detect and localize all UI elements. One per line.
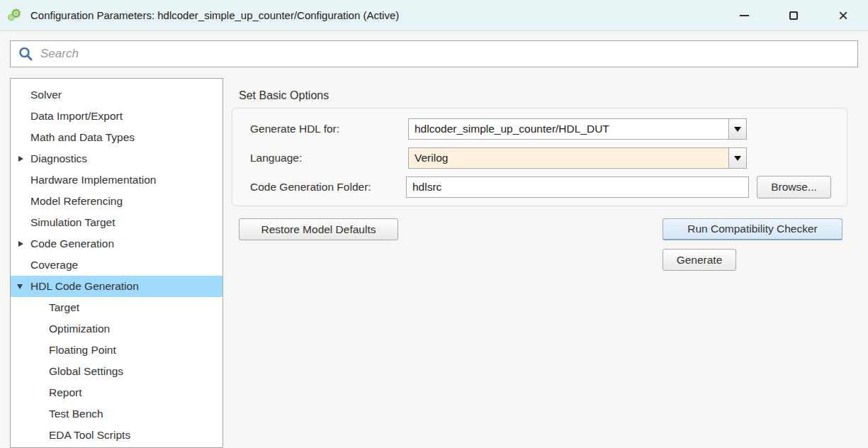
maximize-button[interactable] [769,0,818,30]
sidebar-item-coverage[interactable]: Coverage [11,254,222,276]
sidebar-item-test-bench[interactable]: Test Bench [11,403,222,425]
sidebar-item-model-referencing[interactable]: Model Referencing [11,191,222,212]
category-tree: Solver Data Import/Export Math and Data … [10,78,223,448]
minimize-icon [740,15,749,16]
section-title: Set Basic Options [239,89,329,102]
expanded-arrow-icon[interactable] [17,284,23,289]
search-icon [18,46,33,62]
run-compatibility-checker-button[interactable]: Run Compatibility Checker [663,218,842,240]
search-bar [10,40,858,67]
sidebar-item-math-and-data-types[interactable]: Math and Data Types [11,127,222,148]
collapsed-arrow-icon[interactable] [18,241,23,247]
sidebar-item-floating-point[interactable]: Floating Point [11,340,222,361]
search-input[interactable] [33,41,857,67]
sidebar-item-report[interactable]: Report [11,382,222,403]
sidebar-item-diagnostics[interactable]: Diagnostics [11,148,222,169]
dropdown-arrow-icon [734,127,741,132]
sidebar-item-simulation-target[interactable]: Simulation Target [11,212,222,233]
window-title: Configuration Parameters: hdlcoder_simpl… [30,9,399,21]
sidebar-item-optimization[interactable]: Optimization [11,318,222,340]
title-bar: ⚙⚙ Configuration Parameters: hdlcoder_si… [0,0,868,31]
sidebar-item-hdl-code-generation[interactable]: HDL Code Generation [11,276,222,297]
sidebar-item-solver[interactable]: Solver [11,84,222,106]
close-button[interactable]: × [818,0,868,30]
restore-model-defaults-button[interactable]: Restore Model Defaults [239,218,398,240]
code-generation-folder-input[interactable] [406,177,749,198]
sidebar-item-global-settings[interactable]: Global Settings [11,361,222,382]
sidebar-item-eda-tool-scripts[interactable]: EDA Tool Scripts [11,425,222,446]
window-controls: × [719,0,868,30]
sidebar-item-target[interactable]: Target [11,297,222,318]
generate-button[interactable]: Generate [663,249,736,271]
language-dropdown-button[interactable] [728,147,747,169]
sidebar-item-code-generation[interactable]: Code Generation [11,233,222,254]
dropdown-arrow-icon [734,156,741,161]
collapsed-arrow-icon[interactable] [18,156,23,162]
close-icon: × [838,7,848,24]
minimize-button[interactable] [719,0,769,30]
maximize-icon [789,11,798,20]
browse-button[interactable]: Browse... [757,176,831,198]
basic-options-panel: Generate HDL for: hdlcoder_simple_up_cou… [232,108,847,206]
language-label: Language: [250,147,302,169]
code-generation-folder-label: Code Generation Folder: [250,177,371,198]
generate-hdl-for-label: Generate HDL for: [250,118,339,140]
generate-hdl-for-combobox[interactable]: hdlcoder_simple_up_counter/HDL_DUT [408,118,729,140]
generate-hdl-for-dropdown-button[interactable] [728,118,747,140]
sidebar-item-hardware-implementation[interactable]: Hardware Implementation [11,169,222,191]
gears-icon: ⚙⚙ [8,7,25,24]
sidebar-item-data-import-export[interactable]: Data Import/Export [11,106,222,127]
language-combobox[interactable]: Verilog [408,147,729,169]
